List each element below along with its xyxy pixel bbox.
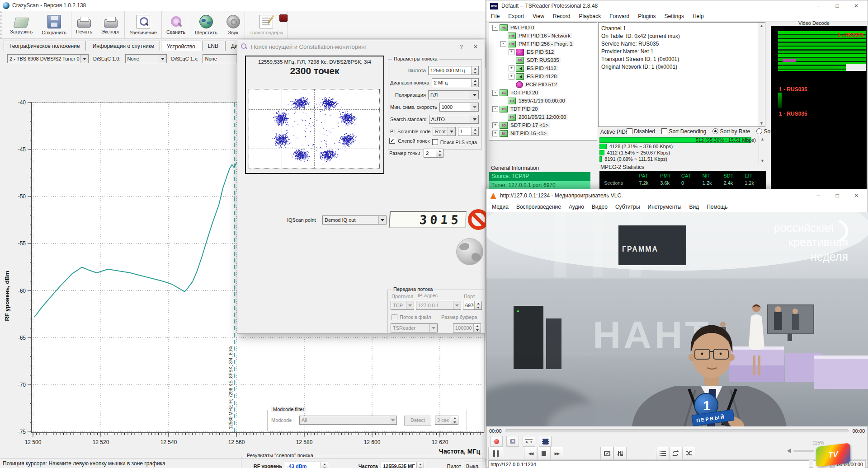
menu-item[interactable]: Forward (609, 13, 629, 19)
pid-bar-row[interactable]: 4128 (2.31% ~ 376.00 Kbps) (599, 143, 759, 149)
toolbar-button[interactable]: Печать (71, 11, 97, 38)
tree-row[interactable]: + ES PID 4128 (489, 72, 597, 80)
snapshot-button[interactable] (506, 436, 519, 447)
tree-row[interactable]: + ES PID 4112 (489, 64, 597, 72)
tree-expander[interactable]: + (492, 122, 498, 128)
fullscreen-button[interactable] (600, 447, 613, 460)
spinner[interactable] (471, 79, 478, 87)
pause-button[interactable] (488, 447, 503, 460)
search-standard-select[interactable]: AUTO (429, 115, 479, 124)
pid-bar-row[interactable]: 512 (95.36% - 15.51 Mbps) (599, 137, 759, 143)
volume-slider[interactable] (793, 450, 814, 452)
toolbar-button[interactable]: Загрузить (5, 11, 37, 38)
menu-item[interactable]: Help (693, 13, 704, 19)
protocol-select[interactable]: TCP (391, 301, 414, 310)
min-symrate-combo[interactable]: 1000 (439, 103, 479, 112)
menu-item[interactable]: Воспроизведение (516, 204, 561, 210)
ab-loop-button[interactable]: A B (523, 436, 535, 447)
menu-item[interactable]: Аудио (569, 204, 584, 210)
polarization-select[interactable]: Г/Л (428, 90, 479, 99)
detect-interval-input[interactable]: 3 сек (435, 416, 458, 425)
extended-settings-button[interactable] (613, 447, 627, 460)
tree-row[interactable]: TD 2001/05/21 12:00:00 (489, 113, 597, 121)
seek-slider[interactable] (505, 429, 849, 432)
iqscan-select[interactable]: Demod IQ out (322, 215, 387, 225)
tree-row[interactable]: SD SDT: RUS035 (489, 56, 597, 64)
close-button[interactable]: ✕ (849, 192, 864, 199)
sort-descending-checkbox[interactable] (661, 128, 667, 134)
spinner[interactable] (471, 127, 478, 136)
disabled-checkbox[interactable] (627, 128, 632, 134)
menu-item[interactable]: Вид (689, 204, 699, 210)
menu-item[interactable]: Export (508, 13, 524, 19)
menu-item[interactable]: Plugins (638, 13, 656, 19)
tree-row[interactable]: PCR PID 512 (489, 80, 597, 89)
tab[interactable]: Информация о спутнике (87, 41, 160, 51)
tree-row[interactable]: - PA PAT PID 0 (489, 23, 597, 32)
sort-by-pid-radio[interactable] (756, 128, 762, 134)
buffer-size-input[interactable]: 100000 (453, 323, 481, 332)
tree-row[interactable]: - TD TDT PID 20 (489, 105, 597, 113)
menu-item[interactable]: Помощь (707, 204, 727, 210)
diseqc10-select[interactable]: None (125, 54, 167, 63)
menu-item[interactable]: Видео (592, 204, 608, 210)
tab[interactable]: Географическое положение (4, 41, 86, 51)
transponder-log-icon[interactable] (279, 14, 288, 22)
menu-item[interactable]: Playback (579, 13, 601, 19)
stream-to-file-checkbox[interactable] (392, 314, 397, 320)
record-button[interactable] (490, 436, 503, 447)
tree-expander[interactable]: + (509, 74, 514, 80)
pid-bars-list[interactable]: 512 (95.36% - 15.51 Mbps) 4128 (2.31% ~ … (599, 137, 759, 162)
spinner[interactable] (474, 301, 481, 309)
pid-bars-scrollbar[interactable]: ▲▼ (759, 136, 766, 164)
spinner[interactable] (471, 66, 478, 75)
blind-search-checkbox[interactable] (389, 138, 395, 144)
tree-row[interactable]: TD 1859/-1/19 00:00:00 (489, 97, 597, 105)
reader-select[interactable]: TSReader (391, 323, 438, 332)
frame-by-frame-button[interactable] (539, 436, 552, 447)
maximize-button[interactable]: □ (830, 192, 845, 199)
tuner-select[interactable]: 2 - TBS 6908 DVBS/S2 Tuner 0 (7, 54, 89, 63)
result-freq-field[interactable]: 12559,535 МГ (381, 462, 424, 468)
menu-item[interactable]: Субтитры (615, 204, 640, 210)
search-range-input[interactable]: 2 МГц (432, 78, 479, 87)
pl-scramble-mode-select[interactable]: Root (433, 127, 455, 136)
tree-row[interactable]: - PM PMT PID 256 - Progr. 1 (489, 40, 597, 48)
tree-row[interactable]: PM PMT PID 16 - Network (489, 32, 597, 40)
tree-expander[interactable]: - (492, 90, 498, 96)
freq-input[interactable]: 12560,000 МГц (428, 66, 479, 75)
pls-search-checkbox[interactable] (432, 139, 438, 145)
spinner[interactable] (436, 149, 443, 157)
tree-expander[interactable]: + (509, 49, 514, 55)
previous-button[interactable]: ◀◀ (524, 447, 537, 460)
pid-bar-row[interactable]: 4112 (1.54% ~ 250.67 Kbps) (599, 150, 759, 155)
pid-bar-row[interactable]: 8191 (0.69% ~ 111.51 Kbps) (599, 156, 759, 162)
tree-row[interactable]: + ES PID 512 (489, 48, 597, 56)
loop-button[interactable] (669, 447, 682, 460)
menu-item[interactable]: Инструменты (648, 204, 682, 210)
menu-item[interactable]: Settings (665, 13, 684, 19)
tree-expander[interactable]: + (492, 131, 498, 136)
tree-expander[interactable]: - (500, 41, 506, 47)
port-input[interactable]: 6970 (463, 301, 482, 310)
menu-item[interactable]: File (491, 13, 500, 19)
maximize-button[interactable]: □ (830, 3, 845, 9)
close-button[interactable]: ✕ (470, 43, 481, 50)
toolbar-button[interactable]: Сохранить (37, 11, 71, 38)
help-button[interactable]: ? (456, 43, 467, 50)
toolbar-button[interactable]: Экспорт (97, 11, 125, 38)
shuffle-button[interactable] (682, 447, 695, 460)
url-field[interactable] (488, 460, 809, 468)
tab[interactable]: Устройство (161, 41, 201, 51)
details-scrollbar[interactable]: ▲▼ (758, 23, 765, 126)
tree-row[interactable]: + NI NIT PID 16 <1> (489, 129, 597, 137)
menu-item[interactable]: Record (553, 13, 571, 19)
menu-item[interactable]: View (533, 13, 544, 19)
toolbar-button[interactable]: Сканить (162, 11, 190, 38)
tree-row[interactable]: - TD TOT PID 20 (489, 89, 597, 97)
pl-scramble-value-input[interactable]: 1 (458, 127, 479, 136)
playlist-button[interactable] (656, 447, 669, 460)
tree-expander[interactable]: - (492, 106, 498, 112)
tree-row[interactable]: + SD SDT PID 17 <1> (489, 121, 597, 129)
tree-expander[interactable]: + (509, 66, 514, 71)
